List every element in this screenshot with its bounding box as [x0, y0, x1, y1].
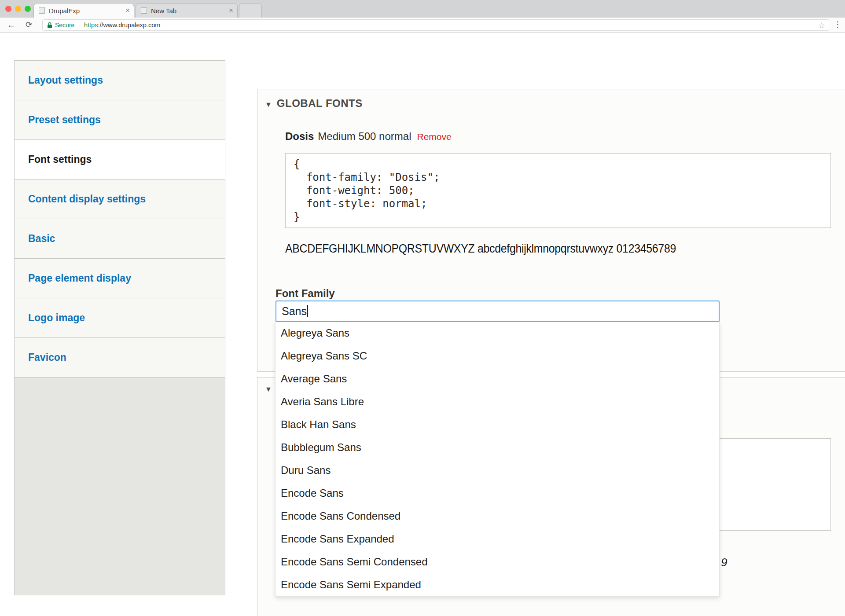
- code-line: }: [294, 210, 823, 224]
- sidebar-item-layout-settings[interactable]: Layout settings: [15, 61, 225, 100]
- tab-drupalexp[interactable]: DrupalExp ×: [33, 3, 134, 18]
- bookmark-star-icon[interactable]: ☆: [818, 21, 825, 30]
- code-line: font-style: normal;: [294, 197, 823, 210]
- suggestion-item[interactable]: Encode Sans Condensed: [276, 505, 719, 528]
- font-entry-details: Medium 500 normal: [318, 130, 411, 142]
- close-window-button[interactable]: [5, 6, 11, 12]
- remove-font-link[interactable]: Remove: [417, 132, 451, 142]
- reload-icon[interactable]: ⟳: [26, 18, 32, 33]
- tab-favicon-icon: [39, 7, 45, 14]
- font-entry: DosisMedium 500 normalRemove: [285, 130, 452, 143]
- sidebar-item-content-display-settings[interactable]: Content display settings: [15, 180, 225, 219]
- code-line: font-family: "Dosis";: [294, 171, 823, 184]
- url-text: https://www.drupalexp.com: [84, 22, 160, 29]
- collapse-arrow-icon[interactable]: ▼: [265, 385, 272, 393]
- suggestion-item[interactable]: Black Han Sans: [276, 413, 719, 436]
- padlock-icon: [47, 22, 52, 30]
- code-line: {: [294, 158, 823, 171]
- suggestion-item[interactable]: Encode Sans Semi Condensed: [276, 550, 719, 573]
- secure-badge: Secure: [55, 22, 74, 29]
- tab-favicon-icon: [141, 7, 147, 14]
- tab-new-tab[interactable]: New Tab ×: [136, 3, 238, 18]
- suggestion-item[interactable]: Encode Sans Expanded: [276, 528, 719, 550]
- sidebar-item-page-element-display[interactable]: Page element display: [15, 259, 225, 298]
- suggestion-item[interactable]: Encode Sans Semi Expanded: [276, 573, 719, 596]
- font-css-code-block: { font-family: "Dosis"; font-weight: 500…: [285, 153, 831, 228]
- suggestion-item[interactable]: Average Sans: [276, 367, 719, 390]
- text-caret: [307, 305, 308, 317]
- tab-close-icon[interactable]: ×: [125, 6, 130, 15]
- back-icon[interactable]: ←: [7, 18, 16, 33]
- url-scheme: https: [84, 22, 98, 29]
- font-sample-text: ABCDEFGHIJKLMNOPQRSTUVWXYZ abcdefghijklm…: [285, 242, 676, 256]
- minimize-window-button[interactable]: [15, 6, 21, 12]
- font-sample-tail: 9: [721, 556, 727, 569]
- sidebar-item-font-settings[interactable]: Font settings: [15, 140, 225, 180]
- collapse-arrow-icon[interactable]: ▼: [265, 101, 272, 108]
- sidebar-item-preset-settings[interactable]: Preset settings: [15, 100, 225, 140]
- address-bar[interactable]: Secure https://www.drupalexp.com ☆: [42, 19, 829, 31]
- sidebar-item-favicon[interactable]: Favicon: [15, 338, 225, 378]
- url-rest: ://www.drupalexp.com: [98, 22, 160, 29]
- code-line: font-weight: 500;: [294, 184, 823, 197]
- address-divider: [80, 22, 80, 29]
- fieldset-title: GLOBAL FONTS: [277, 97, 363, 109]
- font-entry-name: Dosis: [285, 130, 314, 142]
- browser-menu-icon[interactable]: ⋮: [834, 19, 842, 29]
- suggestion-item[interactable]: Alegreya Sans SC: [276, 345, 719, 367]
- sidebar-item-basic[interactable]: Basic: [15, 219, 225, 259]
- settings-sidebar: Layout settings Preset settings Font set…: [14, 60, 225, 595]
- tab-title: DrupalExp: [49, 7, 80, 15]
- tab-bar: DrupalExp × New Tab ×: [0, 0, 845, 18]
- fieldset-legend: ▼GLOBAL FONTS: [265, 97, 363, 110]
- suggestion-item[interactable]: Bubblegum Sans: [276, 436, 719, 459]
- zoom-window-button[interactable]: [25, 6, 31, 12]
- suggestion-item[interactable]: Alegreya Sans: [276, 322, 719, 345]
- tab-close-icon[interactable]: ×: [229, 6, 233, 15]
- sidebar-item-logo-image[interactable]: Logo image: [15, 298, 225, 338]
- suggestion-item[interactable]: Encode Sans: [276, 482, 719, 505]
- suggestion-item[interactable]: Duru Sans: [276, 459, 719, 482]
- browser-toolbar: ← ⟳ Secure https://www.drupalexp.com ☆ ⋮: [0, 18, 845, 33]
- font-family-suggestions: Alegreya Sans Alegreya Sans SC Average S…: [275, 322, 720, 597]
- font-family-input-value: Sans: [282, 305, 307, 317]
- suggestion-item[interactable]: Averia Sans Libre: [276, 390, 719, 413]
- font-family-input[interactable]: Sans: [276, 301, 720, 322]
- font-family-label: Font Family: [276, 287, 335, 300]
- tab-title: New Tab: [151, 7, 176, 15]
- new-tab-button[interactable]: [239, 3, 262, 18]
